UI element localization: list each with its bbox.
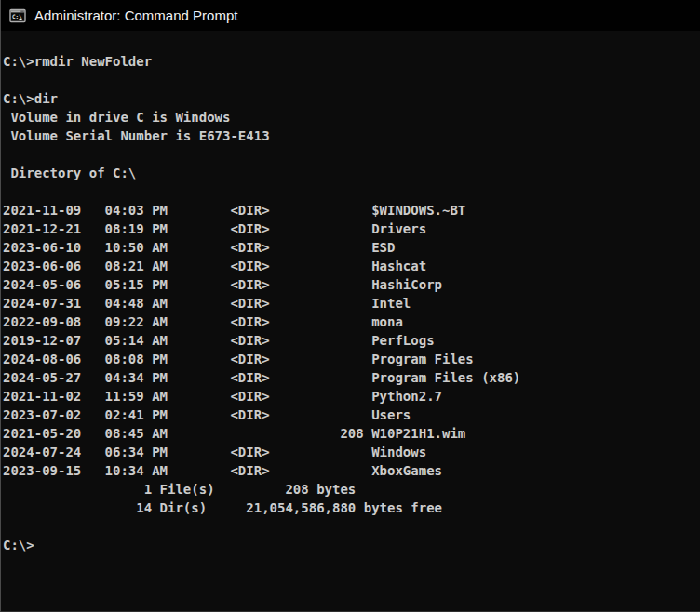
console-dir-row: 2021-12-21 08:19 PM <DIR> Drivers [3,220,700,238]
console-dir-row: 2023-09-15 10:34 AM <DIR> XboxGames [3,461,700,480]
command-prompt-window: C:\ Administrator: Command Prompt C:\>rm… [0,0,700,612]
console-dir-summary: 14 Dir(s) 21,054,586,880 bytes free [3,499,700,517]
console-output-line [3,182,700,201]
console-dir-row: 2021-11-02 11:59 AM <DIR> Python2.7 [3,387,700,406]
console-dir-row: 2024-07-24 06:34 PM <DIR> Windows [3,443,700,461]
console-dir-row: 2024-05-06 05:15 PM <DIR> HashiCorp [3,275,700,294]
console-dir-row: 2021-05-20 08:45 AM 208 W10P21H1.wim [3,424,700,443]
console-dir-row: 2019-12-07 05:14 AM <DIR> PerfLogs [3,331,700,350]
console-dir-row: 2024-07-31 04:48 AM <DIR> Intel [3,294,700,313]
console-file-summary: 1 File(s) 208 bytes [3,480,700,499]
window-title: Administrator: Command Prompt [34,7,237,23]
console-dir-row: 2023-07-02 02:41 PM <DIR> Users [3,406,700,424]
console-dir-row: 2024-05-27 04:34 PM <DIR> Program Files … [3,368,700,387]
console-prompt-line: C:\> [3,536,700,554]
console-output-line: Volume Serial Number is E673-E413 [3,126,700,145]
console-output-line [3,71,700,89]
title-bar[interactable]: C:\ Administrator: Command Prompt [1,0,700,31]
console-output-line: Directory of C:\ [3,164,700,182]
console-output-line [3,145,700,164]
console-command-line: C:\>rmdir NewFolder [3,52,700,71]
console-command-line: C:\>dir [3,89,700,108]
console-blank-line [3,517,700,536]
cmd-icon[interactable]: C:\ [9,7,26,24]
console-output-line: Volume in drive C is Windows [3,108,700,126]
console-dir-row: 2021-11-09 04:03 PM <DIR> $WINDOWS.~BT [3,201,700,220]
console-dir-row: 2023-06-10 10:50 AM <DIR> ESD [3,238,700,257]
svg-text:C:\: C:\ [12,12,22,19]
console-dir-row: 2022-09-08 09:22 AM <DIR> mona [3,313,700,331]
terminal[interactable]: C:\>rmdir NewFolderC:\>dir Volume in dri… [1,31,700,554]
console-dir-row: 2024-08-06 08:08 PM <DIR> Program Files [3,350,700,368]
console-dir-row: 2023-06-06 08:21 AM <DIR> Hashcat [3,257,700,275]
